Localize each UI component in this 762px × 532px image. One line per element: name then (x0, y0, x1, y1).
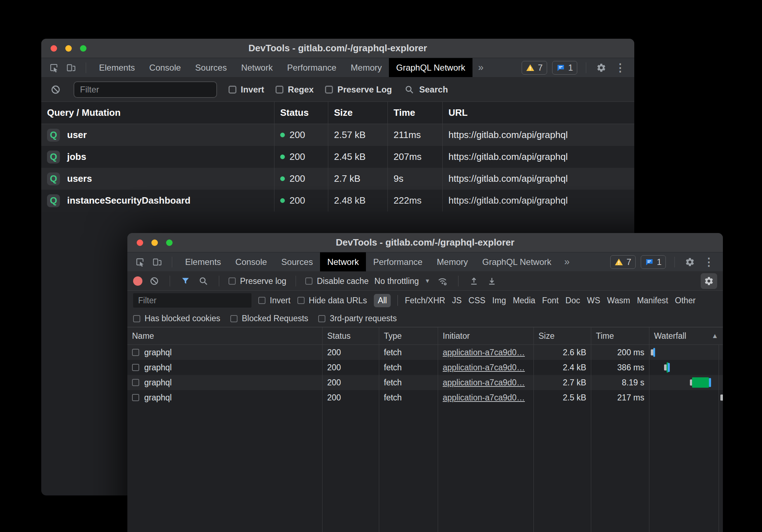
tab-performance[interactable]: Performance (366, 252, 429, 271)
initiator-link[interactable]: application-a7ca9d0… (443, 393, 525, 403)
table-row[interactable]: Q instanceSecurityDashboard 200 2.48 kB … (41, 190, 634, 212)
column-header-time[interactable]: Time (591, 327, 649, 345)
column-header-name[interactable]: Name (127, 327, 322, 345)
tab-console[interactable]: Console (142, 58, 188, 77)
tab-memory[interactable]: Memory (344, 58, 389, 77)
checkbox-box[interactable] (133, 315, 140, 322)
checkbox-box[interactable] (229, 86, 236, 94)
column-header-initiator[interactable]: Initiator (438, 327, 533, 345)
type-filter-all[interactable]: All (374, 294, 391, 307)
tab-network[interactable]: Network (234, 58, 280, 77)
search-toggle[interactable]: Search (403, 85, 448, 95)
column-header-size[interactable]: Size (328, 102, 387, 124)
initiator-link[interactable]: application-a7ca9d0… (443, 363, 525, 372)
network-settings-gear-icon[interactable] (701, 273, 717, 289)
titlebar[interactable]: DevTools - gitlab.com/-/graphql-explorer (127, 233, 723, 252)
device-toolbar-icon[interactable] (151, 257, 163, 267)
network-conditions-icon[interactable] (436, 276, 449, 286)
clear-icon[interactable] (148, 276, 160, 286)
preserve-log-checkbox[interactable]: Preserve Log (325, 85, 392, 95)
type-filter-doc[interactable]: Doc (565, 296, 580, 305)
waterfall-bar[interactable] (649, 360, 723, 375)
inspect-element-icon[interactable] (134, 257, 146, 267)
row-checkbox[interactable] (132, 394, 139, 401)
waterfall-bar[interactable] (649, 375, 723, 390)
throttling-dropdown[interactable]: No throttling ▼ (375, 276, 431, 286)
filter-input[interactable] (74, 81, 217, 98)
type-filter-manifest[interactable]: Manifest (637, 296, 668, 305)
export-har-icon[interactable] (486, 276, 498, 286)
tab-graphql-network[interactable]: GraphQL Network (389, 58, 472, 77)
maximize-button[interactable] (166, 239, 173, 246)
checkbox-box[interactable] (318, 315, 325, 322)
type-filter-img[interactable]: Img (492, 296, 506, 305)
tab-sources[interactable]: Sources (274, 252, 320, 271)
checkbox-box[interactable] (297, 297, 305, 304)
maximize-button[interactable] (80, 45, 86, 52)
preserve-log-checkbox[interactable]: Preserve log (229, 276, 286, 286)
minimize-button[interactable] (65, 45, 72, 52)
checkbox-box[interactable] (325, 86, 333, 94)
tab-elements[interactable]: Elements (178, 252, 228, 271)
checkbox-box[interactable] (276, 86, 283, 94)
tab-memory[interactable]: Memory (430, 252, 475, 271)
filter-input[interactable] (133, 293, 251, 308)
checkbox-box[interactable] (229, 277, 236, 285)
column-header-size[interactable]: Size (533, 327, 591, 345)
search-icon[interactable] (197, 276, 210, 286)
type-filter-other[interactable]: Other (675, 296, 696, 305)
column-header-url[interactable]: URL (442, 102, 634, 124)
inspect-element-icon[interactable] (48, 63, 60, 72)
table-row[interactable]: graphql 200 fetch application-a7ca9d0… 2… (127, 375, 723, 390)
issues-badge[interactable]: 1 (552, 61, 577, 75)
issues-badge[interactable]: 1 (641, 255, 666, 269)
tab-performance[interactable]: Performance (280, 58, 343, 77)
invert-checkbox[interactable]: Invert (229, 85, 264, 95)
table-row[interactable]: graphql 200 fetch application-a7ca9d0… 2… (127, 390, 723, 405)
type-filter-media[interactable]: Media (513, 296, 535, 305)
invert-checkbox[interactable]: Invert (258, 296, 291, 305)
table-row[interactable]: Q user 200 2.57 kB 211ms https://gitlab.… (41, 124, 634, 146)
close-button[interactable] (137, 239, 143, 246)
clear-icon[interactable] (49, 85, 62, 95)
type-filter-font[interactable]: Font (542, 296, 559, 305)
waterfall-bar[interactable] (649, 345, 723, 360)
settings-gear-icon[interactable] (683, 257, 696, 267)
column-header-status[interactable]: Status (274, 102, 328, 124)
scrollbar-gutter[interactable] (719, 345, 719, 532)
sort-ascending-icon[interactable]: ▲ (711, 332, 718, 340)
close-button[interactable] (51, 45, 57, 52)
record-button[interactable] (133, 276, 142, 286)
table-row[interactable]: Q users 200 2.7 kB 9s https://gitlab.com… (41, 168, 634, 190)
more-options-icon[interactable]: ⋮ (701, 256, 716, 268)
checkbox-box[interactable] (230, 315, 237, 322)
row-checkbox[interactable] (132, 379, 139, 386)
tab-graphql-network[interactable]: GraphQL Network (475, 252, 559, 271)
column-header-type[interactable]: Type (379, 327, 438, 345)
type-filter-fetch-xhr[interactable]: Fetch/XHR (405, 296, 445, 305)
import-har-icon[interactable] (468, 276, 480, 286)
type-filter-ws[interactable]: WS (587, 296, 600, 305)
initiator-link[interactable]: application-a7ca9d0… (443, 378, 525, 388)
type-filter-js[interactable]: JS (452, 296, 462, 305)
table-row[interactable]: graphql 200 fetch application-a7ca9d0… 2… (127, 345, 723, 360)
filter-funnel-icon[interactable] (179, 276, 192, 286)
column-header-waterfall[interactable]: Waterfall ▲ (649, 327, 723, 345)
more-tabs-icon[interactable]: » (472, 58, 489, 77)
blocked-requests-checkbox[interactable]: Blocked Requests (230, 314, 308, 323)
has-blocked-cookies-checkbox[interactable]: Has blocked cookies (133, 314, 220, 323)
checkbox-box[interactable] (258, 297, 265, 304)
checkbox-box[interactable] (305, 277, 312, 285)
type-filter-css[interactable]: CSS (469, 296, 485, 305)
titlebar[interactable]: DevTools - gitlab.com/-/graphql-explorer (41, 39, 634, 58)
column-header-status[interactable]: Status (322, 327, 379, 345)
more-options-icon[interactable]: ⋮ (613, 61, 628, 74)
row-checkbox[interactable] (132, 364, 139, 371)
warnings-badge[interactable]: 7 (610, 255, 635, 269)
type-filter-wasm[interactable]: Wasm (607, 296, 630, 305)
tab-console[interactable]: Console (228, 252, 274, 271)
regex-checkbox[interactable]: Regex (276, 85, 314, 95)
column-header-time[interactable]: Time (387, 102, 442, 124)
tab-sources[interactable]: Sources (188, 58, 234, 77)
tab-elements[interactable]: Elements (92, 58, 142, 77)
